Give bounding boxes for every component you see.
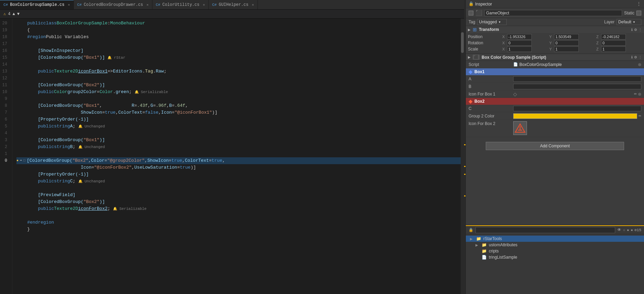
transform-header[interactable]: ▶ ⊞ Transform ℹ ⚙ ⋮ <box>466 26 644 33</box>
ln-0: 0 <box>0 157 9 164</box>
transform-title: Transform <box>479 27 629 32</box>
tree-item-rstartools[interactable]: ▶ 📁 rStarTools <box>466 236 644 242</box>
script-more-icon[interactable]: ⋮ <box>639 55 642 59</box>
script-collapse-arrow: ▶ <box>468 55 471 59</box>
field-c-input[interactable] <box>513 106 641 111</box>
scale-z-field: Z <box>596 46 642 52</box>
script-section: ▶ ⬛ Box Color Group Sample (Script) ℹ ⚙ … <box>466 54 644 225</box>
ln-17: 17 <box>0 41 9 47</box>
field-c-row: C <box>466 105 644 112</box>
tab-label-1: ColoredBoxGroupDrawer.cs <box>84 2 143 7</box>
field-a-value[interactable] <box>513 76 641 82</box>
warning-chevron-down[interactable]: ▼ <box>17 12 20 16</box>
tree-item-scripts[interactable]: 📁 cripts <box>471 248 644 254</box>
color-swatch-group2[interactable] <box>513 113 637 119</box>
ln--2 <box>0 171 9 178</box>
icon-box1-target[interactable]: ◎ <box>638 92 641 96</box>
ln-8: 8 <box>0 102 9 109</box>
tab-close-3[interactable]: ✕ <box>252 3 254 7</box>
transform-more-icon[interactable]: ⋮ <box>639 28 642 32</box>
inspector-more-icon[interactable]: ⋮ <box>636 1 641 7</box>
scale-values: X Y Z <box>502 46 642 52</box>
icon-box1-edit[interactable]: ✏ <box>634 92 637 96</box>
rotation-z-input[interactable] <box>601 40 626 46</box>
scale-x-label: X <box>502 47 506 51</box>
star-icon-3[interactable]: ★ <box>631 227 633 233</box>
eye-icon[interactable]: 👁 <box>617 227 621 233</box>
position-z-input[interactable] <box>601 34 626 39</box>
warning-chevron-up[interactable]: ▲ <box>12 12 15 16</box>
ln-1: 1 <box>0 150 9 157</box>
tree-item-stringlistsample[interactable]: 📄 tringListSample <box>471 254 644 260</box>
scale-y-field: Y <box>549 46 595 52</box>
scale-z-input[interactable] <box>601 46 626 52</box>
color-edit-icon[interactable]: ✏ <box>639 114 641 118</box>
field-b-input[interactable] <box>513 84 641 89</box>
code-line-6: [PropertyOrder(-1)] <box>16 116 461 123</box>
static-checkbox[interactable] <box>636 11 641 15</box>
inspector-lock-icon[interactable]: 🔒 <box>469 1 474 7</box>
gameobject-name-input[interactable] <box>484 10 622 16</box>
script-settings-icon[interactable]: ⚙ <box>634 55 637 59</box>
script-target-icon[interactable]: ◎ <box>638 63 641 66</box>
icon-box1-diamond: ◇ <box>513 91 517 97</box>
tab-guihelper[interactable]: C# GUIHelper.cs ✕ <box>209 0 258 9</box>
vertical-scrollbar[interactable] <box>461 19 464 294</box>
line-numbers: 20 19 18 17 16 15 14 13 12 11 10 9 8 7 6… <box>0 19 12 294</box>
tree-folder-icon-scripts: 📁 <box>482 249 487 253</box>
rot-z-label: Z <box>596 41 600 45</box>
tab-colorutility[interactable]: C# ColorUtility.cs ✕ <box>152 0 209 9</box>
icon-for-box1-label: Icon For Box 1 <box>469 92 513 97</box>
ln-9: 9 <box>0 95 9 102</box>
code-line-18: #region Public Variables <box>16 34 461 41</box>
field-b-label: B <box>469 84 513 89</box>
scale-x-input[interactable] <box>507 46 532 52</box>
scale-y-input[interactable] <box>554 46 579 52</box>
tab-close-1[interactable]: ✕ <box>147 3 149 7</box>
star-icon-2[interactable]: ★ <box>627 227 629 233</box>
ln--4 <box>0 185 9 192</box>
layer-dropdown[interactable]: Default <box>617 19 641 25</box>
code-editor[interactable]: public class BoxColorGroupSample : MonoB… <box>12 19 461 294</box>
lock-icon-bottom: 🔒 <box>469 228 473 232</box>
project-panel-icons: 👁 ☆ ★ ★ ⊘15 <box>617 227 641 233</box>
script-filename: BoxColorGroupSample <box>519 62 562 67</box>
project-search-input[interactable] <box>475 227 615 233</box>
position-y-input[interactable] <box>554 34 579 39</box>
rotation-y-input[interactable] <box>554 40 579 46</box>
tree-folder-icon-customattributes: 📁 <box>482 242 487 247</box>
ln-4: 4 <box>0 130 9 137</box>
tag-dropdown[interactable]: Untagged <box>477 19 507 25</box>
tree-item-customattributes[interactable]: ▶ 📁 ustomAttributes <box>471 242 644 248</box>
code-container: 20 19 18 17 16 15 14 13 12 11 10 9 8 7 6… <box>0 19 464 294</box>
gameobject-enabled-checkbox[interactable] <box>469 11 473 15</box>
script-info-icon[interactable]: ℹ <box>631 55 633 59</box>
position-x-field: X <box>502 34 548 40</box>
tree-arrow-rstartools: ▶ <box>470 237 474 241</box>
icon-for-box2-value <box>513 121 641 135</box>
box2-dot: ◆ <box>469 99 472 104</box>
tab-coloredboxgroupdrawer[interactable]: C# ColoredBoxGroupDrawer.cs ✕ <box>74 0 152 9</box>
field-a-input[interactable] <box>513 76 641 82</box>
tab-label-2: ColorUtility.cs <box>162 2 199 7</box>
tab-close-2[interactable]: ✕ <box>203 3 205 7</box>
code-line-0b: Icon = "@iconForBox2" , UseLowSaturation… <box>16 164 461 171</box>
transform-info-icon[interactable]: ℹ <box>631 28 633 32</box>
ln--7 <box>0 205 9 212</box>
tab-boxcolorgroupsample[interactable]: C# BoxColorGroupSample.cs ✕ <box>0 0 74 9</box>
field-c-value[interactable] <box>513 106 641 111</box>
gameobject-row: ⬛ Static <box>466 8 644 18</box>
position-values: X Y Z <box>502 34 642 40</box>
group2-color-label: Group 2 Color <box>469 114 513 118</box>
transform-settings-icon[interactable]: ⚙ <box>634 28 637 32</box>
rotation-x-input[interactable] <box>507 40 532 46</box>
rot-x-label: X <box>502 41 506 45</box>
star-icon[interactable]: ☆ <box>623 227 625 233</box>
field-b-value[interactable] <box>513 84 641 89</box>
position-x-input[interactable] <box>507 34 532 39</box>
script-section-header[interactable]: ▶ ⬛ Box Color Group Sample (Script) ℹ ⚙ … <box>466 54 644 61</box>
icon-preview-box2 <box>513 121 527 135</box>
add-component-button[interactable]: Add Component <box>486 142 624 150</box>
tab-close-0[interactable]: ✕ <box>68 3 70 7</box>
script-field-label: Script <box>469 62 513 67</box>
